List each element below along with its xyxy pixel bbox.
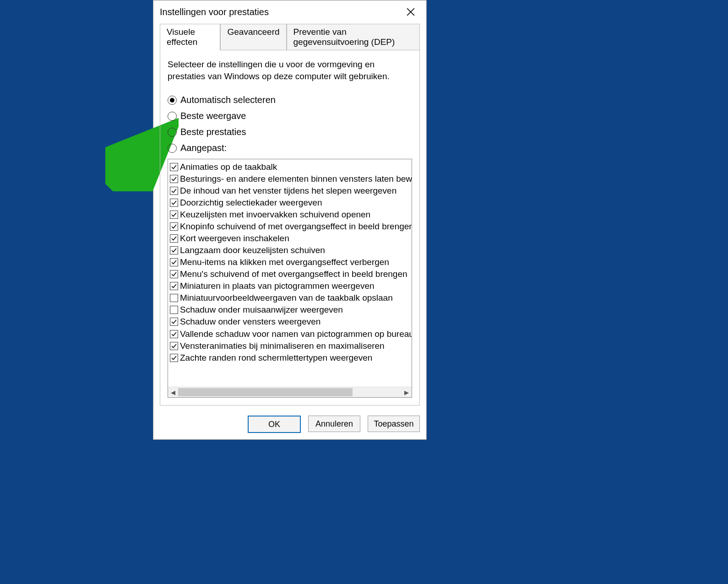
window-title: Instellingen voor prestaties [160, 7, 402, 17]
list-item-label: Schaduw onder vensters weergeven [180, 316, 321, 328]
list-item[interactable]: Vensteranimaties bij minimaliseren en ma… [170, 340, 412, 352]
list-item-label: Besturings- en andere elementen binnen v… [180, 173, 412, 185]
tab-strip: Visuele effectenGeavanceerdPreventie van… [160, 24, 420, 50]
dialog-button-row: OK Annuleren Toepassen [153, 411, 426, 439]
radio-option-1[interactable]: Beste weergave [168, 111, 412, 121]
list-item-label: Miniatuurvoorbeeldweergaven van de taakb… [180, 292, 393, 304]
list-items: Animaties op de taakbalkBesturings- en a… [168, 159, 412, 387]
radio-icon [168, 144, 177, 153]
checkbox-icon [170, 354, 178, 362]
checkbox-icon [170, 246, 178, 254]
list-item[interactable]: Schaduw onder muisaanwijzer weergeven [170, 304, 412, 316]
tab-2[interactable]: Preventie van gegevensuitvoering (DEP) [287, 24, 420, 50]
checkbox-icon [170, 306, 178, 314]
list-item-label: Menu's schuivend of met overgangseffect … [180, 268, 407, 280]
list-item-label: Miniaturen in plaats van pictogrammen we… [180, 280, 375, 292]
list-item-label: Vallende schaduw voor namen van pictogra… [180, 328, 412, 340]
list-item[interactable]: Langzaam door keuzelijsten schuiven [170, 244, 412, 256]
list-item[interactable]: Menu's schuivend of met overgangseffect … [170, 268, 412, 280]
radio-group: Automatisch selecterenBeste weergaveBest… [168, 95, 412, 153]
checkbox-icon [170, 318, 178, 326]
radio-option-0[interactable]: Automatisch selecteren [168, 95, 412, 105]
tab-1[interactable]: Geavanceerd [220, 24, 286, 50]
list-item-label: Vensteranimaties bij minimaliseren en ma… [180, 340, 385, 352]
checkbox-icon [170, 294, 178, 302]
radio-label: Beste weergave [180, 111, 246, 121]
radio-label: Automatisch selecteren [180, 95, 276, 105]
list-item-label: Zachte randen rond schermlettertypen wee… [180, 352, 372, 364]
close-button[interactable] [402, 3, 420, 21]
list-item-label: Menu-items na klikken met overgangseffec… [180, 256, 389, 268]
list-item-label: De inhoud van het venster tijdens het sl… [180, 185, 397, 197]
checkbox-icon [170, 222, 178, 231]
list-item[interactable]: Kort weergeven inschakelen [170, 233, 412, 244]
scroll-left-arrow[interactable]: ◀ [168, 387, 178, 397]
visual-effects-listbox: Animaties op de taakbalkBesturings- en a… [168, 159, 412, 398]
list-item[interactable]: Besturings- en andere elementen binnen v… [170, 173, 412, 185]
list-item-label: Kort weergeven inschakelen [180, 233, 289, 244]
list-item[interactable]: Miniaturen in plaats van pictogrammen we… [170, 280, 412, 292]
list-item[interactable]: Zachte randen rond schermlettertypen wee… [170, 352, 412, 364]
scroll-track[interactable] [178, 387, 402, 397]
checkbox-icon [170, 211, 178, 219]
checkbox-icon [170, 330, 178, 338]
checkbox-icon [170, 270, 178, 278]
ok-button[interactable]: OK [248, 416, 301, 433]
list-item-label: Doorzichtig selectiekader weergeven [180, 197, 322, 209]
cancel-button[interactable]: Annuleren [308, 416, 360, 432]
checkbox-icon [170, 234, 178, 243]
radio-option-2[interactable]: Beste prestaties [168, 127, 412, 137]
performance-options-dialog: Instellingen voor prestaties Visuele eff… [153, 0, 427, 440]
checkbox-icon [170, 175, 178, 183]
description-text: Selecteer de instellingen die u voor de … [168, 59, 412, 82]
list-item[interactable]: De inhoud van het venster tijdens het sl… [170, 185, 412, 197]
list-item-label: Knopinfo schuivend of met overgangseffec… [180, 221, 412, 233]
list-item-label: Schaduw onder muisaanwijzer weergeven [180, 304, 343, 316]
tab-0[interactable]: Visuele effecten [160, 24, 220, 50]
list-item[interactable]: Doorzichtig selectiekader weergeven [170, 197, 412, 209]
radio-icon [168, 128, 177, 137]
list-item-label: Keuzelijsten met invoervakken schuivend … [180, 209, 370, 221]
scroll-thumb[interactable] [178, 388, 353, 396]
list-item[interactable]: Keuzelijsten met invoervakken schuivend … [170, 209, 412, 221]
list-item[interactable]: Knopinfo schuivend of met overgangseffec… [170, 221, 412, 233]
list-item-label: Langzaam door keuzelijsten schuiven [180, 244, 325, 256]
apply-button[interactable]: Toepassen [368, 416, 420, 432]
checkbox-icon [170, 342, 178, 350]
titlebar: Instellingen voor prestaties [153, 0, 426, 23]
scroll-right-arrow[interactable]: ▶ [402, 387, 412, 397]
list-item[interactable]: Menu-items na klikken met overgangseffec… [170, 256, 412, 268]
radio-option-3[interactable]: Aangepast: [168, 143, 412, 153]
checkbox-icon [170, 258, 178, 266]
checkbox-icon [170, 199, 178, 207]
horizontal-scrollbar[interactable]: ◀ ▶ [168, 387, 412, 397]
list-item[interactable]: Schaduw onder vensters weergeven [170, 316, 412, 328]
close-icon [407, 8, 415, 16]
list-item[interactable]: Animaties op de taakbalk [170, 161, 412, 173]
list-item[interactable]: Miniatuurvoorbeeldweergaven van de taakb… [170, 292, 412, 304]
radio-label: Beste prestaties [180, 127, 246, 137]
radio-icon [168, 112, 177, 121]
radio-label: Aangepast: [180, 143, 227, 153]
radio-icon [168, 96, 177, 105]
checkbox-icon [170, 282, 178, 290]
checkbox-icon [170, 163, 178, 171]
list-item[interactable]: Vallende schaduw voor namen van pictogra… [170, 328, 412, 340]
checkbox-icon [170, 187, 178, 195]
tab-panel-visual-effects: Selecteer de instellingen die u voor de … [160, 50, 420, 406]
list-item-label: Animaties op de taakbalk [180, 161, 277, 173]
